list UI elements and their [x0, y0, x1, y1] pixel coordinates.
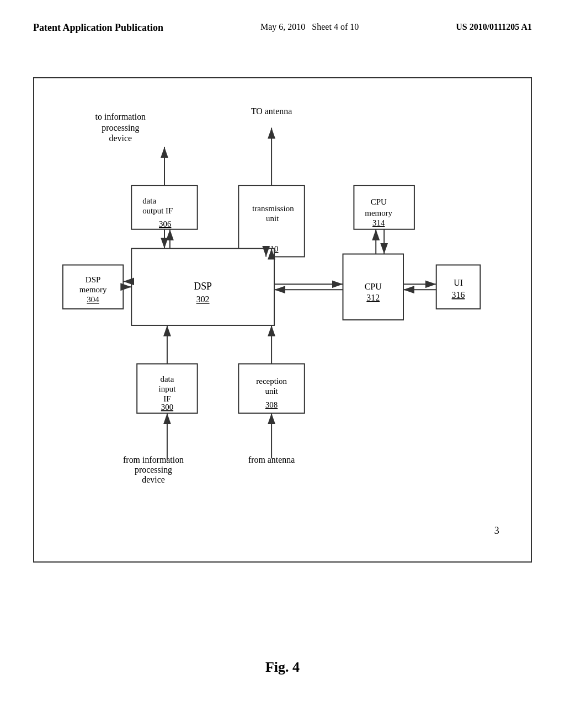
svg-text:UI: UI: [454, 278, 463, 287]
svg-text:device: device: [109, 133, 132, 143]
patent-number: US 2010/0111205 A1: [456, 22, 532, 32]
svg-text:IF: IF: [163, 394, 170, 403]
svg-text:data: data: [161, 374, 174, 383]
svg-text:CPU: CPU: [371, 197, 387, 206]
date: May 6, 2010: [260, 22, 305, 31]
svg-text:memory: memory: [79, 285, 107, 294]
publication-title: Patent Application Publication: [33, 22, 163, 34]
diagram-svg: to information processing device TO ante…: [34, 78, 531, 561]
from-info-label: from information: [123, 455, 184, 464]
svg-text:data: data: [142, 196, 156, 205]
svg-text:memory: memory: [365, 208, 392, 217]
svg-text:output IF: output IF: [142, 206, 173, 215]
sheet: Sheet 4 of 10: [312, 22, 359, 31]
svg-text:unit: unit: [266, 214, 279, 223]
svg-text:314: 314: [372, 218, 385, 227]
svg-text:CPU: CPU: [365, 282, 382, 291]
svg-text:device: device: [142, 475, 165, 484]
date-sheet: May 6, 2010 Sheet 4 of 10: [260, 22, 359, 32]
to-antenna-label: TO antenna: [251, 106, 292, 116]
diagram-container: to information processing device TO ante…: [33, 77, 532, 563]
svg-text:processing: processing: [102, 123, 139, 133]
svg-text:300: 300: [161, 403, 173, 411]
svg-text:308: 308: [265, 400, 278, 409]
svg-text:transmission: transmission: [252, 204, 294, 213]
svg-text:DSP: DSP: [86, 275, 100, 284]
svg-text:input: input: [159, 384, 177, 393]
svg-text:unit: unit: [265, 387, 278, 395]
svg-text:306: 306: [159, 220, 172, 228]
fig3-inside-label: 3: [494, 525, 499, 536]
svg-text:302: 302: [196, 295, 210, 304]
svg-text:reception: reception: [256, 377, 287, 386]
to-info-label: to information: [95, 112, 146, 121]
svg-text:processing: processing: [135, 465, 172, 475]
svg-text:DSP: DSP: [194, 281, 212, 292]
svg-text:316: 316: [452, 290, 465, 299]
page-header: Patent Application Publication May 6, 20…: [0, 0, 565, 34]
svg-text:312: 312: [366, 293, 380, 302]
figure-label: Fig. 4: [265, 659, 300, 676]
svg-text:304: 304: [87, 295, 99, 304]
